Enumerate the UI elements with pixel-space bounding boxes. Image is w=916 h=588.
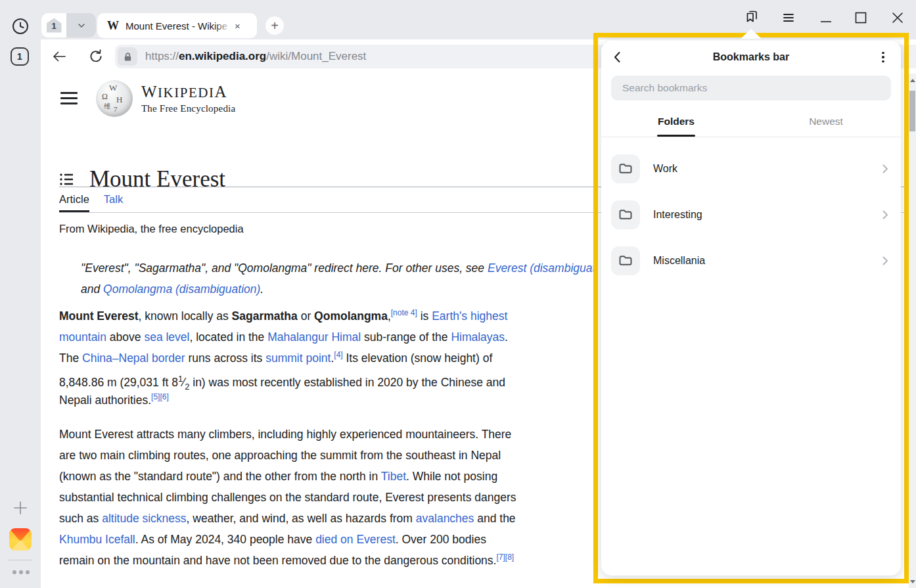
chevron-right-icon: [879, 163, 891, 175]
mail-app-icon[interactable]: [9, 528, 32, 551]
plus-icon: [12, 499, 29, 516]
minimize-icon: [819, 11, 833, 25]
toc-icon[interactable]: [59, 172, 74, 187]
highlight-outline: Bookmarks bar FoldersNewest Work Interes…: [593, 33, 909, 583]
maximize-icon: [854, 11, 868, 25]
history-icon[interactable]: [11, 17, 30, 35]
wiki-link[interactable]: Earth's highest: [432, 309, 507, 323]
text-segment: "Everest", "Sagarmatha", and "Qomolangma…: [81, 261, 488, 275]
wiki-link[interactable]: mountain: [59, 330, 106, 344]
wiki-link[interactable]: Khumbu Icefall: [59, 533, 135, 546]
scrollbar-down-arrow[interactable]: [909, 577, 916, 585]
tab-mount-everest[interactable]: W Mount Everest - Wikipe ×: [97, 13, 257, 38]
reload-button[interactable]: [87, 48, 104, 65]
folder-label: Miscellania: [653, 255, 705, 267]
close-window-button[interactable]: [888, 9, 907, 27]
text-segment: Mount Everest: [59, 309, 139, 323]
citation-link[interactable]: [7][8]: [496, 553, 514, 562]
bookmarks-tab-newest[interactable]: Newest: [751, 106, 901, 137]
browser-menu-button[interactable]: [779, 9, 798, 27]
chevron-right-icon: [879, 255, 891, 267]
tab-title: Mount Everest - Wikipe: [126, 20, 232, 32]
text-segment: Sagarmatha: [232, 309, 298, 323]
new-tab-button[interactable]: +: [265, 16, 284, 35]
wiki-link[interactable]: summit point: [265, 351, 331, 365]
wiki-link[interactable]: avalanches: [416, 512, 474, 525]
hamburger-menu-icon: [781, 11, 796, 25]
folder-row-miscellania[interactable]: Miscellania: [601, 238, 901, 284]
close-icon: [890, 11, 905, 25]
text-segment: in) was most recently established in 202…: [189, 376, 505, 389]
wiki-link[interactable]: Mahalangur Himal: [267, 330, 361, 344]
text-segment: Qomolangma: [314, 309, 388, 323]
bookmarks-icon: [743, 8, 760, 25]
tab-close-icon[interactable]: ×: [235, 21, 240, 31]
tab-group-button[interactable]: 1: [11, 47, 29, 66]
citation-link[interactable]: [4]: [334, 350, 342, 359]
wiki-link[interactable]: Everest (disambiguation),: [488, 261, 594, 275]
text-segment: substantial technical climbing challenge…: [59, 491, 516, 504]
bookmarks-panel: Bookmarks bar FoldersNewest Work Interes…: [601, 41, 901, 576]
left-sidebar: 1: [0, 39, 41, 588]
url-path: /wiki/Mount_Everest: [266, 50, 366, 62]
reload-icon: [87, 48, 104, 65]
globe-letter: W: [109, 83, 117, 93]
wiki-link[interactable]: Himalayas: [451, 330, 505, 344]
folder-row-interesting[interactable]: Interesting: [601, 192, 901, 238]
bookmarks-tab-folders[interactable]: Folders: [601, 106, 751, 137]
wikipedia-logo[interactable]: WΩH7维 WIKIPEDIA The Free Encyclopedia: [96, 80, 235, 117]
wiki-tab-talk[interactable]: Talk: [104, 193, 123, 212]
back-arrow-icon: [51, 48, 68, 65]
text-segment: . As of May 2024, 340 people have: [135, 533, 315, 546]
browser-window: 1 W Mount Everest - Wikipe × + 1: [0, 0, 916, 588]
page-title: Mount Everest: [89, 166, 225, 192]
workspace-switcher[interactable]: 1: [41, 13, 96, 37]
workspace-badge: 1: [47, 18, 62, 33]
panel-back-button[interactable]: [610, 50, 625, 64]
text-segment: are two main climbing routes, one approa…: [59, 449, 501, 462]
wiki-link[interactable]: Tibet: [381, 470, 406, 483]
maximize-button[interactable]: [852, 9, 870, 27]
url-text: https://en.wikipedia.org/wiki/Mount_Ever…: [145, 50, 366, 63]
text-segment: . While not posing: [406, 470, 497, 483]
globe-letter: 7: [114, 105, 118, 113]
text-segment: and: [81, 283, 103, 296]
chevron-left-icon: [610, 50, 625, 64]
wiki-tab-article[interactable]: Article: [59, 193, 89, 212]
wiki-link[interactable]: Qomolangma (disambiguation): [103, 283, 260, 296]
sidebar-divider: [9, 560, 32, 560]
fraction: 1⁄2: [178, 376, 189, 389]
scrollbar-thumb[interactable]: [909, 91, 915, 131]
workspace-current[interactable]: 1: [41, 13, 66, 37]
sidebar-more-button[interactable]: [12, 569, 30, 576]
panel-menu-button[interactable]: [876, 50, 890, 64]
wiki-link[interactable]: China–Nepal border: [82, 351, 185, 365]
citation-link[interactable]: [note 4]: [391, 308, 417, 317]
back-button[interactable]: [51, 48, 68, 65]
text-segment: , located in the: [189, 330, 267, 344]
folder-icon: [618, 253, 633, 269]
text-segment: .: [260, 283, 263, 296]
chevron-down-icon: [76, 20, 87, 31]
wiki-link[interactable]: altitude sickness: [102, 512, 186, 525]
citation-link[interactable]: [5][6]: [151, 392, 169, 401]
sidebar-add-button[interactable]: [12, 499, 29, 516]
folder-icon: [618, 161, 633, 177]
workspace-dropdown-button[interactable]: [66, 13, 96, 37]
site-security-button[interactable]: [118, 47, 137, 66]
wiki-link[interactable]: died on Everest: [315, 533, 396, 546]
scrollbar-up-arrow[interactable]: [909, 76, 916, 84]
bookmarks-search-input[interactable]: [611, 76, 891, 101]
minimize-button[interactable]: [817, 9, 835, 27]
text-segment: above: [106, 330, 144, 344]
wiki-link[interactable]: sea level: [144, 330, 189, 344]
wiki-main-menu-button[interactable]: [60, 92, 78, 105]
folder-row-work[interactable]: Work: [601, 146, 901, 192]
text-segment: or: [298, 309, 314, 323]
chevron-right-icon: [879, 209, 891, 221]
bookmarks-panel-button[interactable]: [743, 7, 761, 26]
page-scrollbar[interactable]: [909, 74, 916, 588]
bookmarks-folder-list: Work Interesting Miscellania: [601, 139, 901, 576]
folder-label: Work: [653, 163, 677, 175]
wikipedia-wordmark: WIKIPEDIA: [141, 83, 235, 101]
